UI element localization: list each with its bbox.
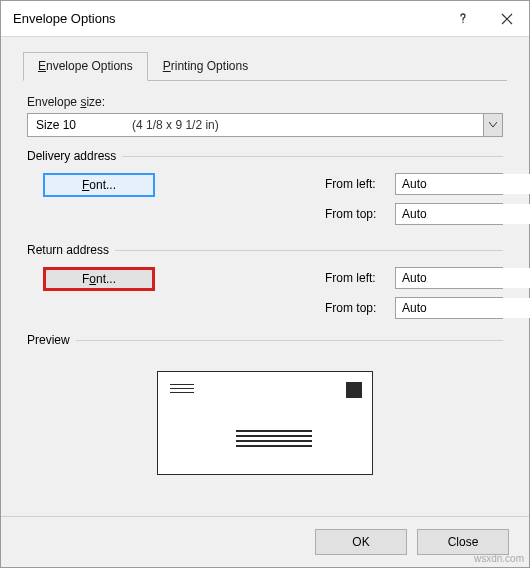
delivery-from-left-input[interactable] [396,174,530,194]
tab-content: Envelope size: Size 10 (4 1/8 x 9 1/2 in… [23,81,507,489]
envelope-size-label: Envelope size: [27,95,503,109]
delivery-from-top-input[interactable] [396,204,530,224]
return-address-header: Return address [27,243,503,257]
dialog-footer: OK Close [1,516,529,567]
envelope-size-select[interactable]: Size 10 (4 1/8 x 9 1/2 in) [27,113,503,137]
help-button[interactable] [441,1,485,37]
delivery-font-button[interactable]: Font... [43,173,155,197]
return-from-left-input[interactable] [396,268,530,288]
return-address-lines [170,384,194,396]
watermark: wsxdn.com [474,553,524,564]
divider-line [115,250,503,251]
return-from-top-input[interactable] [396,298,530,318]
return-from-top-spinner[interactable] [395,297,503,319]
window-title: Envelope Options [13,11,441,26]
return-from-left-label: From left: [325,271,389,285]
delivery-from-top-spinner[interactable] [395,203,503,225]
preview-header: Preview [27,333,503,347]
delivery-from-top-label: From top: [325,207,389,221]
delivery-from-left-spinner[interactable] [395,173,503,195]
ok-button[interactable]: OK [315,529,407,555]
delivery-address-lines [236,430,312,450]
return-from-top-label: From top: [325,301,389,315]
dialog-body: Envelope Options Printing Options Envelo… [1,37,529,516]
divider-line [122,156,503,157]
close-window-button[interactable] [485,1,529,37]
return-from-left-spinner[interactable] [395,267,503,289]
delivery-from-left-label: From left: [325,177,389,191]
tab-bar: Envelope Options Printing Options [23,51,507,81]
preview-area [27,361,503,481]
close-button[interactable]: Close [417,529,509,555]
tab-envelope-options[interactable]: Envelope Options [23,52,148,81]
envelope-preview-icon [157,371,373,475]
delivery-address-header: Delivery address [27,149,503,163]
envelope-size-dropdown-button[interactable] [483,113,503,137]
return-font-button[interactable]: Font... [43,267,155,291]
tab-printing-options[interactable]: Printing Options [148,52,263,81]
divider-line [76,340,503,341]
stamp-icon [346,382,362,398]
titlebar: Envelope Options [1,1,529,37]
envelope-size-dim: (4 1/8 x 9 1/2 in) [132,118,219,132]
envelope-size-value: Size 10 [36,118,76,132]
envelope-options-dialog: Envelope Options Envelope Options Printi… [0,0,530,568]
envelope-size-value-box: Size 10 (4 1/8 x 9 1/2 in) [27,113,483,137]
